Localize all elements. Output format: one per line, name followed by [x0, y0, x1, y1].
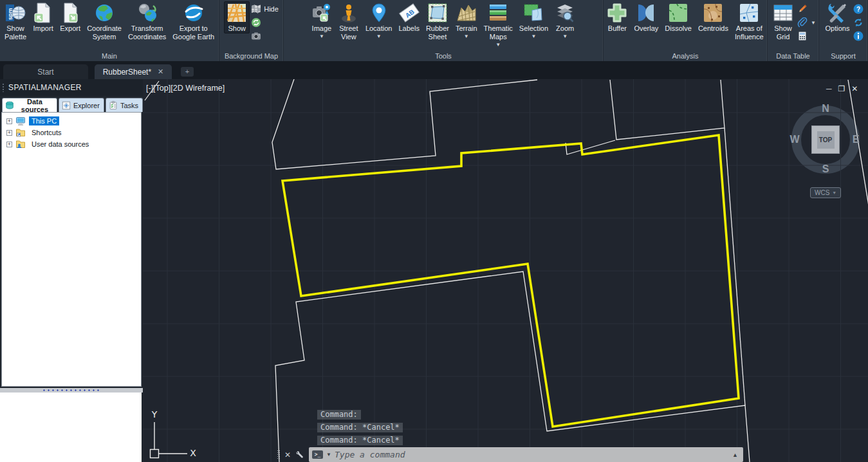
panel-tab-explorer[interactable]: Explorer	[59, 98, 104, 112]
tab-close-icon[interactable]: ✕	[158, 68, 163, 76]
ribbon-group-label: Analysis	[604, 52, 767, 60]
compass-south-label[interactable]: S	[822, 163, 829, 175]
chevron-down-icon[interactable]: ▼	[319, 34, 324, 39]
viewport-controls-label[interactable]: [-][Top][2D Wireframe]	[146, 84, 225, 93]
tree-item-user-data-sources[interactable]: +User data sources	[2, 138, 141, 150]
edit-pencil-icon	[797, 4, 808, 14]
command-bar-grip[interactable]	[277, 450, 280, 459]
show-palette-button[interactable]: spmShow Palette	[2, 1, 29, 42]
button-label: Export	[60, 24, 80, 33]
viewcube-top-face[interactable]: TOP	[811, 125, 840, 154]
button-label: Buffer	[608, 24, 627, 33]
terrain-button[interactable]: Terrain▼	[453, 1, 480, 39]
export-icon	[60, 3, 80, 23]
tree-expander-icon[interactable]: +	[6, 118, 12, 124]
parcel-boundary-polyline	[272, 79, 537, 169]
zoom-button[interactable]: Zoom▼	[552, 1, 578, 39]
command-bar-wrench-icon[interactable]	[295, 450, 304, 459]
location-button[interactable]: Location▼	[363, 1, 395, 39]
update-icon	[853, 17, 863, 28]
overlay-button[interactable]: Overlay	[631, 1, 661, 33]
command-prompt-icon[interactable]: >_	[312, 450, 323, 459]
application-window: spmShow PaletteImportExportCoordinate Sy…	[0, 0, 868, 462]
background-map-show-button[interactable]: Show	[224, 1, 250, 33]
background-map-refresh-button[interactable]	[251, 17, 279, 28]
export-button[interactable]: Export	[57, 1, 83, 33]
panel-grip-handle[interactable]	[2, 83, 5, 92]
about-button[interactable]	[853, 30, 863, 42]
chevron-down-icon[interactable]: ▼	[811, 21, 816, 25]
chevron-down-icon[interactable]: ▼	[464, 34, 469, 39]
chevron-down-icon[interactable]: ▼	[562, 34, 568, 39]
command-expand-icon[interactable]: ▲	[732, 452, 738, 458]
selection-button[interactable]: Selection▼	[517, 1, 551, 39]
rubber-sheet-button[interactable]: Rubber Sheet	[423, 1, 452, 42]
labels-button[interactable]: ABLabels	[396, 1, 421, 33]
panel-tab-tasks[interactable]: Tasks	[106, 98, 143, 112]
tree-expander-icon[interactable]: +	[6, 130, 12, 136]
command-bar-close-icon[interactable]: ✕	[284, 450, 291, 459]
areas-of-influence-button[interactable]: Areas of Influence	[732, 1, 766, 42]
viewcube-face-label: TOP	[819, 136, 832, 143]
panel-splitter[interactable]	[0, 388, 143, 393]
compass-west-label[interactable]: W	[790, 134, 799, 145]
new-tab-button[interactable]: +	[181, 67, 194, 77]
help-button[interactable]: ?	[853, 3, 863, 15]
panel-title-bar[interactable]: SPATIALMANAGER	[0, 79, 143, 96]
compass-east-label[interactable]: E	[853, 134, 860, 145]
shortcuts-icon	[15, 127, 26, 138]
command-history: Command:Command: *Cancel*Command: *Cance…	[317, 410, 403, 448]
minimize-icon[interactable]: ─	[826, 84, 832, 93]
import-button[interactable]: Import	[30, 1, 56, 33]
tree-item-label: User data sources	[29, 140, 91, 149]
button-label: Location	[365, 24, 392, 33]
coordinate-system-button[interactable]: Coordinate System	[84, 1, 124, 42]
document-tab-rubbersheet[interactable]: RubberSheet*✕	[95, 64, 172, 79]
document-tab-start[interactable]: Start	[3, 64, 88, 79]
close-icon[interactable]: ✕	[851, 84, 858, 93]
ribbon-group-background-map: ShowHideBackground Map	[219, 0, 284, 61]
dissolve-button[interactable]: Dissolve	[662, 1, 694, 33]
compass-north-label[interactable]: N	[822, 103, 829, 115]
buffer-icon	[607, 3, 627, 23]
check-updates-button[interactable]	[853, 17, 863, 28]
drawing-viewport[interactable]: YX [-][Top][2D Wireframe] ─ ❐ ✕ N W E S …	[143, 79, 868, 462]
export-google-earth-button[interactable]: Export to Google Earth	[170, 1, 217, 42]
command-dropdown-icon[interactable]: ▼	[326, 452, 331, 457]
button-label: Show	[228, 24, 246, 33]
tree-expander-icon[interactable]: +	[6, 142, 12, 147]
tree-item-shortcuts[interactable]: +Shortcuts	[2, 127, 141, 138]
tab-label: Start	[37, 68, 53, 77]
chevron-down-icon[interactable]: ▼	[495, 42, 501, 47]
transform-coordinates-button[interactable]: Transform Coordinates	[125, 1, 169, 42]
show-grid-button[interactable]: Show Grid	[770, 1, 796, 42]
database-icon	[5, 101, 14, 110]
ribbon-group-label: Main	[0, 52, 219, 60]
command-input[interactable]: >_ ▼ Type a command ▲	[309, 447, 743, 462]
restore-icon[interactable]: ❐	[838, 84, 845, 93]
chevron-down-icon[interactable]: ▼	[376, 34, 382, 39]
chevron-down-icon[interactable]: ▼	[531, 34, 537, 39]
wcs-button[interactable]: WCS ▼	[810, 187, 841, 198]
tree-item-this-pc[interactable]: +This PC	[2, 115, 141, 127]
field-calculator-button[interactable]	[797, 30, 816, 42]
options-button[interactable]: Options	[823, 1, 853, 33]
street-view-button[interactable]: Street View	[336, 1, 362, 42]
centroids-button[interactable]: Centroids	[696, 1, 731, 33]
chevron-down-icon: ▼	[832, 190, 836, 195]
overlay-icon	[636, 3, 656, 23]
attach-button[interactable]: ▼	[797, 17, 816, 28]
buffer-button[interactable]: Buffer	[604, 1, 630, 33]
thematic-maps-button[interactable]: Thematic Maps▼	[481, 1, 515, 48]
svg-text:?: ?	[856, 6, 860, 13]
background-map-snapshot-button[interactable]	[251, 30, 279, 42]
panel-tab-data-sources[interactable]: Data sources	[2, 98, 57, 112]
button-label: Zoom	[556, 24, 574, 33]
image-button[interactable]: Image▼	[309, 1, 335, 39]
button-label: Show Palette	[5, 24, 26, 41]
background-map-hide-button[interactable]: Hide	[251, 3, 279, 15]
ribbon-group-analysis: BufferOverlayDissolveCentroidsAreas of I…	[604, 0, 768, 61]
button-label: Overlay	[634, 24, 658, 33]
zoom-icon	[555, 3, 575, 23]
edit-table-button[interactable]	[797, 3, 816, 15]
